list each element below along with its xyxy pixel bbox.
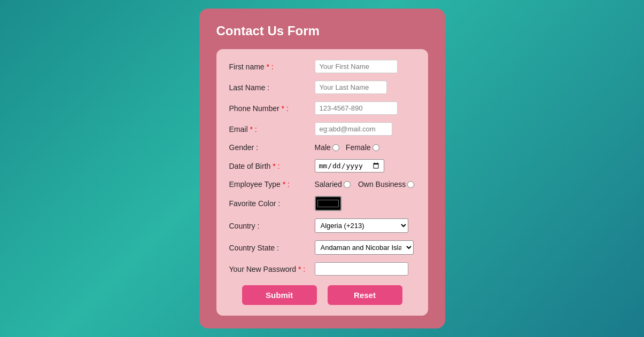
salaried-radio[interactable] bbox=[344, 181, 351, 188]
gender-radio-group: Male Female bbox=[315, 143, 379, 152]
password-input[interactable] bbox=[315, 262, 408, 276]
first-name-input[interactable] bbox=[315, 60, 398, 73]
dob-input[interactable] bbox=[315, 159, 384, 173]
gender-label: Gender : bbox=[229, 143, 315, 152]
phone-row: Phone Number * : bbox=[229, 101, 415, 115]
button-row: Submit Reset bbox=[229, 285, 415, 305]
country-state-row: Country State : Andaman and Nicobar Isla… bbox=[229, 240, 415, 255]
email-row: Email * : bbox=[229, 122, 415, 136]
country-select[interactable]: Algeria (+213) USA (+1) UK (+44) India (… bbox=[315, 218, 408, 233]
employee-type-label: Employee Type * : bbox=[229, 180, 315, 189]
dob-row: Date of Birth * : bbox=[229, 159, 415, 173]
phone-input[interactable] bbox=[315, 101, 398, 115]
form-body: First name * : Last Name : Phone Number … bbox=[216, 49, 428, 316]
last-name-label: Last Name : bbox=[229, 83, 315, 92]
dob-label: Date of Birth * : bbox=[229, 162, 315, 170]
own-business-radio[interactable] bbox=[407, 181, 414, 188]
country-row: Country : Algeria (+213) USA (+1) UK (+4… bbox=[229, 218, 415, 233]
email-label: Email * : bbox=[229, 125, 315, 134]
password-row: Your New Password * : bbox=[229, 262, 415, 276]
salaried-label[interactable]: Salaried bbox=[315, 180, 351, 189]
employee-type-row: Employee Type * : Salaried Own Business bbox=[229, 180, 415, 189]
gender-row: Gender : Male Female bbox=[229, 143, 415, 152]
favorite-color-label: Favorite Color : bbox=[229, 199, 315, 208]
reset-button[interactable]: Reset bbox=[328, 285, 402, 305]
country-label: Country : bbox=[229, 222, 315, 230]
first-name-label: First name * : bbox=[229, 62, 315, 71]
favorite-color-input[interactable] bbox=[315, 196, 342, 211]
favorite-color-row: Favorite Color : bbox=[229, 196, 415, 211]
last-name-row: Last Name : bbox=[229, 81, 415, 94]
gender-female-label[interactable]: Female bbox=[346, 143, 379, 152]
gender-female-radio[interactable] bbox=[373, 144, 379, 151]
password-label: Your New Password * : bbox=[229, 265, 315, 273]
first-name-row: First name * : bbox=[229, 60, 415, 73]
own-business-label[interactable]: Own Business bbox=[358, 180, 414, 189]
country-state-select[interactable]: Andaman and Nicobar Islands Delhi Mumbai bbox=[315, 240, 414, 255]
form-card: Contact Us Form First name * : Last Name… bbox=[199, 9, 445, 328]
submit-button[interactable]: Submit bbox=[242, 285, 317, 305]
gender-male-radio[interactable] bbox=[332, 144, 339, 151]
form-title: Contact Us Form bbox=[216, 23, 428, 38]
employee-type-radio-group: Salaried Own Business bbox=[315, 180, 415, 189]
country-state-label: Country State : bbox=[229, 244, 315, 252]
gender-male-label[interactable]: Male bbox=[315, 143, 339, 152]
last-name-input[interactable] bbox=[315, 81, 387, 94]
email-input[interactable] bbox=[315, 122, 392, 136]
phone-label: Phone Number * : bbox=[229, 104, 315, 113]
